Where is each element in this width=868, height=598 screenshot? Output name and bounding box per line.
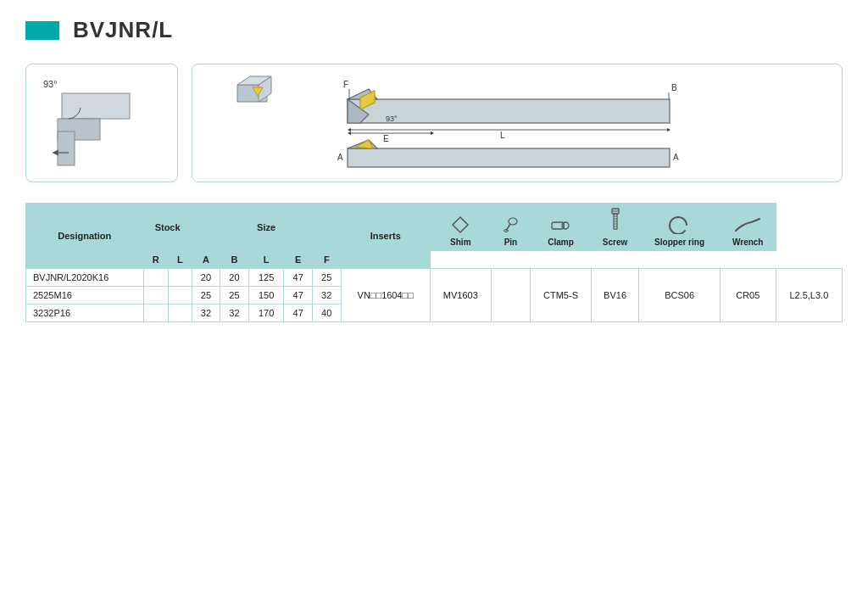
- svg-text:E: E: [383, 134, 389, 143]
- designation-cell: 3232P16: [26, 305, 144, 322]
- svg-rect-23: [348, 148, 670, 167]
- stopper-ring-icon: [668, 215, 692, 234]
- col-clamp: Clamp: [531, 204, 592, 251]
- shim-cell: MV1603: [430, 269, 491, 322]
- svg-point-33: [562, 222, 569, 229]
- svg-text:L: L: [500, 131, 505, 140]
- clamp-icon: [550, 215, 572, 234]
- col-inserts: Inserts: [341, 204, 430, 269]
- screw-icon: [606, 207, 625, 234]
- col-size-f: F: [312, 251, 341, 269]
- specifications-table: Designation Stock Size Inserts Shim: [25, 203, 843, 322]
- col-wrench: Wrench: [720, 204, 776, 251]
- col-designation: Designation: [26, 204, 144, 269]
- size-a-cell: 20: [192, 269, 220, 287]
- col-stock-r: R: [143, 251, 168, 269]
- size-f-cell: 25: [312, 269, 341, 287]
- diagram-right-svg: F B 93° E L: [229, 72, 805, 174]
- col-stock: Stock: [143, 204, 192, 251]
- svg-rect-4: [58, 131, 75, 165]
- svg-text:A: A: [673, 153, 679, 162]
- wrench-icon-header: [732, 215, 763, 234]
- col-screw: Screw: [591, 204, 638, 251]
- diagram-right: F B 93° E L: [192, 64, 843, 182]
- designation-cell: BVJNR/L2020K16: [26, 269, 144, 287]
- diagram-left: 93°: [25, 64, 178, 182]
- col-size-b: B: [220, 251, 249, 269]
- wrench-cell: L2.5,L3.0: [776, 269, 842, 322]
- svg-text:B: B: [671, 83, 677, 92]
- diagram-left-svg: 93°: [36, 72, 168, 174]
- cr-cell: CR05: [720, 269, 776, 322]
- diagrams-row: 93°: [25, 64, 843, 182]
- header-accent-block: [25, 21, 59, 40]
- size-l-cell: 125: [248, 269, 284, 287]
- col-stopper-ring: Slopper ring: [639, 204, 721, 251]
- screw-cell: BV16: [591, 269, 638, 322]
- table-row: BVJNR/L2020K16 20 20 125 47 25 VN□□1604□…: [26, 269, 843, 287]
- stock-r-cell: [143, 269, 168, 287]
- svg-text:93°: 93°: [43, 79, 58, 89]
- inserts-cell: VN□□1604□□: [341, 269, 430, 322]
- stock-l-cell: [168, 269, 192, 287]
- svg-text:A: A: [337, 153, 343, 162]
- svg-text:F: F: [343, 80, 348, 89]
- stopper-ring-cell: BCS06: [639, 269, 721, 322]
- svg-rect-1: [62, 93, 130, 119]
- col-shim: Shim: [430, 204, 491, 251]
- col-pin: Pin: [491, 204, 531, 251]
- svg-text:93°: 93°: [386, 115, 398, 123]
- col-size-e: E: [284, 251, 313, 269]
- header: BVJNR/L: [25, 17, 843, 43]
- designation-cell: 2525M16: [26, 287, 144, 305]
- page-title: BVJNR/L: [73, 17, 173, 43]
- clamp-cell: CTM5-S: [531, 269, 592, 322]
- pin-cell: [491, 269, 531, 322]
- size-e-cell: 47: [284, 269, 313, 287]
- col-stock-l: L: [168, 251, 192, 269]
- col-size: Size: [192, 204, 341, 251]
- col-size-a: A: [192, 251, 220, 269]
- pin-icon: [501, 215, 520, 234]
- col-size-l: L: [248, 251, 284, 269]
- shim-icon: [451, 215, 470, 234]
- size-b-cell: 20: [220, 269, 249, 287]
- table-wrapper: Designation Stock Size Inserts Shim: [25, 203, 843, 322]
- svg-marker-28: [453, 217, 468, 232]
